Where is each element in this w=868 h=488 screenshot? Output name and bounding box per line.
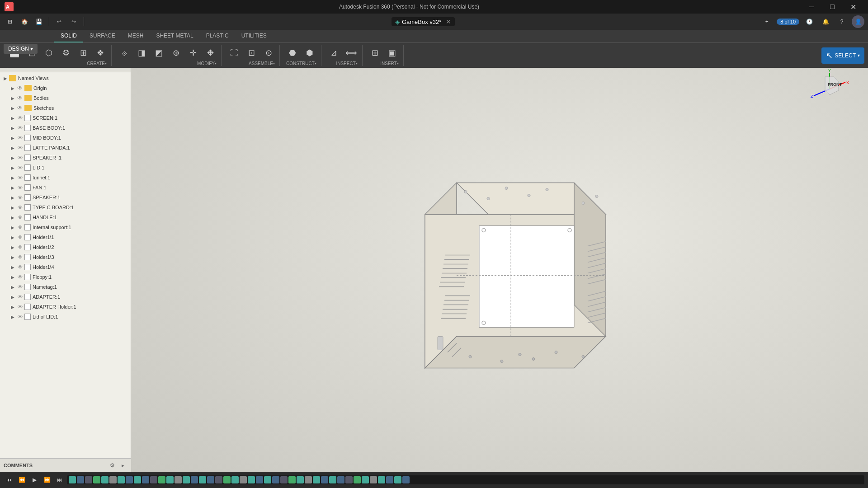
interference-button[interactable]: ⟺	[343, 45, 359, 61]
timeline-track[interactable]	[67, 475, 864, 484]
close-button[interactable]: ✕	[843, 0, 863, 14]
eye-icon[interactable]: 👁	[16, 283, 24, 291]
grid-menu-button[interactable]: ⊞	[4, 15, 16, 28]
eye-icon[interactable]: 👁	[16, 144, 24, 151]
tree-item-holder1-2[interactable]: ▶ 👁 Holder1\2	[0, 242, 131, 252]
active-tab[interactable]: ◈ GameBox v32* ✕	[392, 17, 455, 26]
insert-mcmaster-button[interactable]: ⊞	[367, 45, 383, 61]
visibility-checkbox[interactable]	[24, 244, 31, 250]
tree-item-mid-body-1[interactable]: ▶ 👁 MID BODY:1	[0, 133, 131, 143]
tree-item-funnel-1[interactable]: ▶ 👁 funnel:1	[0, 173, 131, 183]
timeline-step[interactable]	[150, 476, 157, 483]
tree-item-handle-1[interactable]: ▶ 👁 HANDLE:1	[0, 212, 131, 222]
comments-expand-button[interactable]: ▸	[118, 461, 127, 470]
timeline-step[interactable]	[354, 476, 361, 483]
tree-item-origin[interactable]: ▶ 👁 Origin	[0, 83, 131, 93]
offset-plane-button[interactable]: ⬣	[284, 45, 301, 61]
drive-button[interactable]: ⊙	[260, 45, 277, 61]
modify-label[interactable]: MODIFY ▾	[195, 61, 218, 66]
view-cube[interactable]: X Y Z FRONT	[809, 69, 850, 109]
tree-item-latte-panda-1[interactable]: ▶ 👁 LATTE PANDA:1	[0, 143, 131, 153]
tree-item-base-body-1[interactable]: ▶ 👁 BASE BODY:1	[0, 123, 131, 133]
visibility-checkbox[interactable]	[24, 145, 31, 151]
add-tab-button[interactable]: +	[760, 15, 773, 28]
timeline-step[interactable]	[313, 476, 320, 483]
visibility-checkbox[interactable]	[24, 224, 31, 230]
tree-item-adapter-holder-1[interactable]: ▶ 👁 ADAPTER Holder:1	[0, 302, 131, 312]
sweep-button[interactable]: ⚙	[58, 45, 74, 61]
tab-mesh[interactable]: MESH	[122, 30, 150, 42]
tree-item-floppy-1[interactable]: ▶ 👁 Floppy:1	[0, 272, 131, 282]
timeline-step[interactable]	[256, 476, 263, 483]
timeline-step[interactable]	[215, 476, 222, 483]
timeline-step[interactable]	[264, 476, 271, 483]
tree-item-holder1-1[interactable]: ▶ 👁 Holder1\1	[0, 232, 131, 242]
eye-icon[interactable]: 👁	[16, 114, 24, 122]
timeline-step[interactable]	[280, 476, 288, 483]
select-button[interactable]: ↖ SELECT ▾	[821, 47, 864, 64]
visibility-checkbox[interactable]	[24, 314, 31, 320]
visibility-checkbox[interactable]	[24, 284, 31, 290]
timeline-step[interactable]	[207, 476, 214, 483]
timeline-step[interactable]	[231, 476, 239, 483]
move-button[interactable]: ✥	[202, 45, 218, 61]
help-button[interactable]: ?	[835, 15, 848, 28]
timeline-step[interactable]	[69, 476, 76, 483]
tree-item-holder1-3[interactable]: ▶ 👁 Holder1\3	[0, 252, 131, 262]
insert-label[interactable]: INSERT ▾	[378, 61, 401, 66]
eye-icon[interactable]: 👁	[16, 293, 24, 300]
chamfer-button[interactable]: ◩	[151, 45, 167, 61]
redo-button[interactable]: ↪	[67, 15, 80, 28]
tab-sheet-metal[interactable]: SHEET METAL	[150, 30, 199, 42]
construct-label[interactable]: CONSTRUCT ▾	[284, 61, 318, 66]
account-button[interactable]: 👤	[852, 15, 864, 28]
eye-icon[interactable]: 👁	[16, 124, 24, 131]
home-button[interactable]: 🏠	[18, 15, 31, 28]
visibility-checkbox[interactable]	[24, 155, 31, 161]
rigid-group-button[interactable]: ⊡	[243, 45, 259, 61]
timeline-step[interactable]	[175, 476, 182, 483]
tab-utilities[interactable]: UTILITIES	[235, 30, 273, 42]
restore-button[interactable]: □	[822, 0, 843, 14]
tree-item-sketches[interactable]: ▶ 👁 Sketches	[0, 103, 131, 113]
timeline-step[interactable]	[166, 476, 174, 483]
tree-item-adapter-1[interactable]: ▶ 👁 ADAPTER:1	[0, 292, 131, 302]
eye-icon[interactable]: 👁	[16, 234, 24, 241]
joint-button[interactable]: ⛶	[226, 45, 242, 61]
timeline-prev-button[interactable]: ⏪	[16, 474, 27, 485]
timeline-step[interactable]	[272, 476, 279, 483]
eye-icon[interactable]: 👁	[16, 184, 24, 191]
visibility-checkbox[interactable]	[24, 264, 31, 270]
draft-button[interactable]: ✛	[185, 45, 201, 61]
timeline-step[interactable]	[297, 476, 304, 483]
timeline-step[interactable]	[329, 476, 336, 483]
timeline-step[interactable]	[402, 476, 410, 483]
eye-icon[interactable]: 👁	[16, 244, 24, 251]
assemble-label[interactable]: ASSEMBLE ▾	[247, 61, 277, 66]
tab-plastic[interactable]: PLASTIC	[200, 30, 235, 42]
eye-icon[interactable]: 👁	[16, 94, 24, 102]
eye-icon[interactable]: 👁	[16, 263, 24, 271]
visibility-checkbox[interactable]	[24, 294, 31, 300]
timeline-play-button[interactable]: ▶	[29, 474, 40, 485]
tree-item-fan-1[interactable]: ▶ 👁 FAN:1	[0, 183, 131, 192]
measure-button[interactable]: ⊿	[326, 45, 342, 61]
tab-solid[interactable]: SOLID	[54, 30, 83, 42]
comments-settings-button[interactable]: ⚙	[108, 461, 117, 470]
eye-icon[interactable]: 👁	[16, 303, 24, 310]
timeline-step[interactable]	[378, 476, 385, 483]
revolve-button[interactable]: ⬡	[41, 45, 57, 61]
clock-button[interactable]: 🕐	[803, 15, 816, 28]
minimize-button[interactable]: ─	[801, 0, 822, 14]
tree-item-lid-1[interactable]: ▶ 👁 LID:1	[0, 163, 131, 173]
tab-close-button[interactable]: ✕	[446, 18, 451, 25]
eye-icon[interactable]: 👁	[16, 204, 24, 211]
visibility-checkbox[interactable]	[24, 115, 31, 121]
timeline-step[interactable]	[118, 476, 125, 483]
tree-item-internal-support-1[interactable]: ▶ 👁 Internal support:1	[0, 222, 131, 232]
timeline-step[interactable]	[288, 476, 296, 483]
visibility-checkbox[interactable]	[24, 254, 31, 260]
eye-icon[interactable]: 👁	[16, 253, 24, 261]
eye-icon[interactable]: 👁	[16, 84, 24, 92]
timeline-step[interactable]	[126, 476, 133, 483]
